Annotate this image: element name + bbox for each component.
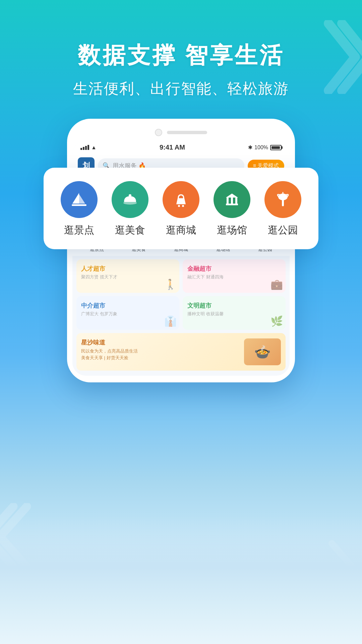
battery-fill xyxy=(272,146,280,149)
card-broker-title: 中介超市 xyxy=(81,302,175,310)
cards-grid: 人才超市 聚四方贤 揽天下才 🚶 金融超市 融汇天下 财通四海 💼 中介超市 广… xyxy=(76,259,286,330)
cat-icon-park-big xyxy=(264,181,301,218)
svg-rect-24 xyxy=(227,198,229,204)
cat-label-park-big: 逛公园 xyxy=(268,223,298,237)
cat-icon-scenic-big xyxy=(61,181,98,218)
cat-item-mall-big[interactable]: 逛商城 xyxy=(163,181,199,237)
svg-point-22 xyxy=(182,205,184,207)
svg-marker-16 xyxy=(72,193,79,204)
card-talent-deco: 🚶 xyxy=(164,278,177,290)
cat-icon-food-big xyxy=(112,181,148,218)
svg-rect-27 xyxy=(226,204,238,205)
hero-title: 数据支撑 智享生活 xyxy=(0,40,362,71)
cat-label-food-big: 逛美食 xyxy=(115,223,145,237)
svg-point-21 xyxy=(178,205,180,207)
card-finance-subtitle: 融汇天下 财通四海 xyxy=(187,274,281,280)
phone-speaker xyxy=(167,131,207,134)
cat-item-scenic-big[interactable]: 逛景点 xyxy=(61,181,98,237)
hero-subtitle: 生活便利、出行智能、轻松旅游 xyxy=(0,79,362,99)
svg-rect-18 xyxy=(72,204,86,206)
wifi-icon: ▲ xyxy=(91,145,97,151)
card-broker-subtitle: 广博宏大 包罗万象 xyxy=(81,311,175,317)
svg-rect-20 xyxy=(129,194,131,197)
food-banner-line2: 美食天天享 | 好货天天捡 xyxy=(81,355,244,361)
svg-marker-17 xyxy=(79,194,85,204)
phone-camera xyxy=(155,129,162,136)
cat-item-venue-big[interactable]: 逛场馆 xyxy=(214,181,250,237)
card-finance-title: 金融超市 xyxy=(187,265,281,273)
cat-item-food-big[interactable]: 逛美食 xyxy=(112,181,148,237)
food-banner-line1: 民以食为天，点亮高品质生活 xyxy=(81,348,244,355)
card-talent-subtitle: 聚四方贤 揽天下才 xyxy=(81,274,175,280)
category-overlay: 逛景点 逛美食 逛商城 xyxy=(44,168,318,249)
cat-item-park-big[interactable]: 逛公园 xyxy=(264,181,301,237)
status-time: 9:41 AM xyxy=(160,144,185,151)
card-finance-deco: 💼 xyxy=(270,278,283,290)
deco-chevron-top-right xyxy=(318,20,362,94)
phone-mockup: ▲ 9:41 AM ✱ 100% 划 🔍 用水服务 🔥 xyxy=(67,119,295,382)
card-culture[interactable]: 文明超市 播种文明 收获温馨 🌿 xyxy=(183,296,286,330)
cat-label-mall-big: 逛商城 xyxy=(166,223,196,237)
card-culture-deco: 🌿 xyxy=(270,315,283,327)
bluetooth-icon: ✱ xyxy=(248,144,252,151)
hero-section: 数据支撑 智享生活 生活便利、出行智能、轻松旅游 xyxy=(0,0,362,119)
cards-section: 人才超市 聚四方贤 揽天下才 🚶 金融超市 融汇天下 财通四海 💼 中介超市 广… xyxy=(72,256,290,374)
battery-bar xyxy=(270,145,282,150)
cat-icon-mall-big xyxy=(163,181,199,218)
card-broker-deco: 👔 xyxy=(164,315,177,327)
svg-rect-25 xyxy=(231,198,233,204)
cat-label-scenic-big: 逛景点 xyxy=(64,223,94,237)
phone-frame: ▲ 9:41 AM ✱ 100% 划 🔍 用水服务 🔥 xyxy=(67,119,295,382)
svg-rect-26 xyxy=(235,198,237,204)
card-finance[interactable]: 金融超市 融汇天下 财通四海 💼 xyxy=(183,259,286,293)
cat-icon-venue-big xyxy=(214,181,250,218)
card-culture-title: 文明超市 xyxy=(187,302,281,310)
card-broker[interactable]: 中介超市 广博宏大 包罗万象 👔 xyxy=(76,296,179,330)
card-culture-subtitle: 播种文明 收获温馨 xyxy=(187,311,281,317)
food-banner[interactable]: 星沙味道 民以食为天，点亮高品质生活 美食天天享 | 好货天天捡 🍲 xyxy=(76,333,286,371)
battery-percent: 100% xyxy=(254,145,268,151)
signal-bars xyxy=(80,145,89,150)
card-talent-title: 人才超市 xyxy=(81,265,175,273)
status-bar: ▲ 9:41 AM ✱ 100% xyxy=(72,141,290,154)
food-banner-title: 星沙味道 xyxy=(81,338,244,346)
status-right: ✱ 100% xyxy=(248,144,282,151)
bottom-area xyxy=(0,517,362,644)
food-banner-text: 星沙味道 民以食为天，点亮高品质生活 美食天天享 | 好货天天捡 xyxy=(81,338,244,361)
card-talent[interactable]: 人才超市 聚四方贤 揽天下才 🚶 xyxy=(76,259,179,293)
cat-label-venue-big: 逛场馆 xyxy=(217,223,247,237)
status-left: ▲ xyxy=(80,145,97,151)
svg-marker-23 xyxy=(226,194,238,198)
phone-notch xyxy=(72,125,290,141)
food-banner-image: 🍲 xyxy=(244,338,281,365)
